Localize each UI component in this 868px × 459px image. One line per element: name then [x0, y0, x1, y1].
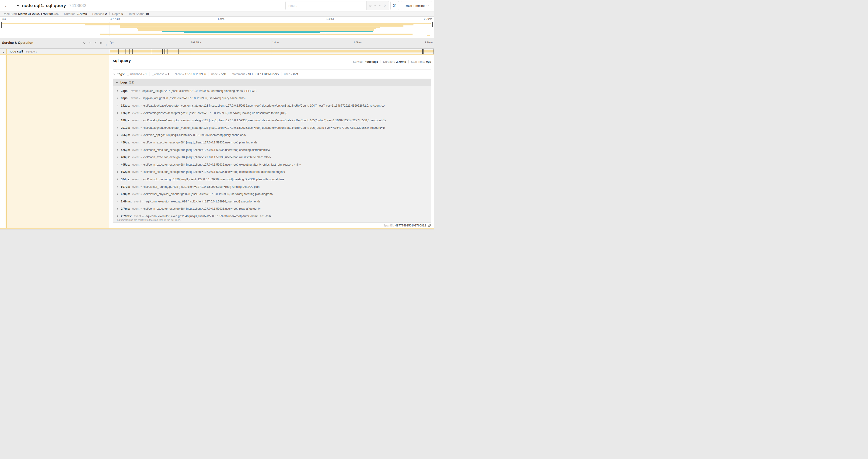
collapse-one-icon[interactable] — [83, 41, 86, 45]
log-entry[interactable]: 678μs: event = ‹sql/distsql_physical_pla… — [113, 190, 431, 198]
log-event-key: event — [132, 207, 140, 210]
log-event-key: event — [132, 119, 140, 122]
tag-item: user=root — [284, 72, 298, 76]
tags-label: Tags: — [117, 72, 125, 76]
log-entry[interactable]: 80μs: event = ‹sql/plan_opt.go:358 [nsql… — [113, 95, 431, 102]
clear-find-icon[interactable]: ✕ — [383, 3, 386, 8]
chevron-right-icon — [116, 90, 119, 92]
minimap-span — [137, 28, 376, 29]
divider — [61, 12, 61, 15]
log-entry[interactable]: 201μs: event = ‹sql/catalog/lease/descri… — [113, 124, 431, 132]
view-selector-button[interactable]: Trace Timeline — [401, 1, 432, 10]
start-time-label: Start Time: — [411, 60, 425, 63]
tick-label: 1.4ms — [272, 41, 279, 44]
span-bar-cell[interactable] — [109, 49, 434, 54]
deep-link-icon[interactable] — [428, 224, 431, 227]
expand-one-icon[interactable] — [88, 41, 91, 45]
log-entry[interactable]: 574μs: event = ‹sql/distsql_running.go:1… — [113, 176, 431, 183]
gridline — [190, 38, 190, 48]
find-input[interactable] — [286, 1, 366, 10]
minimap-tick-labels: 0μs697.75μs1.4ms2.09ms2.79ms — [1, 17, 433, 22]
expand-all-icon[interactable] — [100, 41, 103, 45]
log-message: ‹sql/exec_util.go:2297 [nsql1,client=127… — [142, 89, 257, 93]
log-entry[interactable]: 476μs: event = ‹sql/conn_executor_exec.g… — [113, 146, 431, 154]
log-timestamp: 80μs: — [121, 97, 129, 100]
log-entry[interactable]: 502μs: event = ‹sql/conn_executor_exec.g… — [113, 168, 431, 176]
page-bottom-strip — [0, 229, 434, 230]
trace-summary-bar: Trace Start March 31 2022, 17:25:09 .326… — [0, 11, 434, 17]
chevron-right-icon — [116, 215, 119, 217]
divider — [380, 60, 381, 63]
gridline — [272, 38, 272, 48]
logs-section: Logs (18) 34μs: event = ‹sql/exec_util.g… — [113, 78, 431, 223]
span-name-cell[interactable]: node sql1 sql query — [0, 49, 109, 54]
log-timestamp: 597μs: — [121, 185, 130, 189]
chevron-right-icon — [116, 112, 119, 114]
log-entry[interactable]: 2.7ms: event = ‹sql/conn_executor_exec.g… — [113, 205, 431, 213]
log-entry[interactable]: 2.69ms: event = ‹sql/conn_executor_exec.… — [113, 198, 431, 205]
command-icon: ⌘ — [393, 3, 397, 8]
log-message: ‹sql/conn_executor_exec.go:684 [nsql1,cl… — [145, 200, 261, 203]
trace-id: 7418682 — [69, 3, 86, 8]
log-timestamp: 201μs: — [121, 126, 130, 129]
log-message: ‹sql/catalog/lease/descriptor_version_st… — [143, 104, 385, 107]
log-event-key: event — [134, 200, 141, 203]
log-entry[interactable]: 486μs: event = ‹sql/conn_executor_exec.g… — [113, 154, 431, 161]
log-equals: = — [141, 126, 142, 129]
log-event-key: event — [132, 104, 140, 107]
keyboard-shortcuts-button[interactable]: ⌘ — [391, 1, 399, 10]
divider — [209, 72, 209, 76]
logs-title: Logs — [120, 81, 128, 84]
log-marker — [424, 49, 424, 54]
chevron-right-icon — [116, 171, 119, 173]
chevron-right-icon — [116, 126, 119, 129]
minimap-canvas[interactable] — [1, 22, 433, 36]
log-timestamp: 486μs: — [121, 156, 130, 159]
log-entry[interactable]: 459μs: event = ‹sql/conn_executor_exec.g… — [113, 139, 431, 146]
log-event-key: event — [132, 185, 140, 189]
trace-start-ms: .326 — [53, 12, 59, 15]
find-next-icon[interactable] — [379, 4, 382, 7]
back-button[interactable]: ← — [0, 0, 13, 11]
log-entry[interactable]: 189μs: event = ‹sql/catalog/lease/descri… — [113, 117, 431, 124]
collapse-all-icon[interactable] — [94, 41, 97, 45]
log-entry[interactable]: 176μs: event = ‹sql/catalog/descs/descri… — [113, 109, 431, 117]
log-message: ‹sql/conn_executor_exec.go:684 [nsql1,cl… — [143, 170, 285, 173]
log-message: ‹sql/conn_executor_exec.go:2046 [nsql1,c… — [145, 215, 273, 218]
log-entry[interactable]: 597μs: event = ‹sql/distsql_running.go:4… — [113, 183, 431, 191]
span-collapse-chevron-icon[interactable] — [2, 50, 5, 54]
timeline-column-header: Service & Operation ‖ 0μs697. — [0, 38, 434, 49]
divider — [281, 72, 281, 76]
log-marker — [188, 49, 188, 54]
duration-label: Duration: — [383, 60, 395, 63]
log-marker — [164, 49, 165, 54]
trace-start-label: Trace Start — [2, 12, 17, 15]
tags-row[interactable]: Tags: _unfinished=1 _verbose=1 client=12… — [113, 72, 298, 76]
range-handle-right[interactable] — [432, 22, 433, 27]
log-event-key: event — [132, 170, 140, 173]
log-entry[interactable]: 142μs: event = ‹sql/catalog/lease/descri… — [113, 102, 431, 109]
detail-meta: Service: node sql1 Duration: 2.79ms Star… — [353, 60, 431, 63]
log-entry[interactable]: 366μs: event = ‹sql/plan_opt.go:358 [nsq… — [113, 132, 431, 139]
column-resize-grip[interactable]: ‖ — [106, 44, 106, 47]
span-id-label: SpanID: — [383, 224, 394, 227]
log-timestamp: 2.69ms: — [121, 200, 132, 203]
chevron-right-icon — [116, 134, 119, 136]
log-message: ‹sql/conn_executor_exec.go:684 [nsql1,cl… — [143, 207, 261, 210]
back-arrow-icon: ← — [4, 3, 9, 8]
log-marker — [118, 49, 119, 54]
log-event-key: event — [134, 215, 141, 218]
log-equals: = — [141, 104, 142, 107]
range-handle-left[interactable] — [1, 22, 2, 28]
logs-count: (18) — [129, 81, 134, 84]
divider — [229, 72, 229, 76]
logs-header[interactable]: Logs (18) — [113, 79, 431, 86]
service-value: node sql1 — [365, 60, 378, 63]
log-timestamp: 678μs: — [121, 192, 130, 196]
log-entry[interactable]: 495μs: event = ‹sql/conn_executor_exec.g… — [113, 161, 431, 168]
collapse-trace-chevron-icon[interactable] — [16, 4, 20, 7]
locate-icon[interactable] — [369, 4, 372, 7]
log-entry[interactable]: 34μs: event = ‹sql/exec_util.go:2297 [ns… — [113, 87, 431, 95]
span-duration-bar[interactable] — [110, 51, 434, 53]
find-prev-icon[interactable] — [374, 4, 377, 7]
